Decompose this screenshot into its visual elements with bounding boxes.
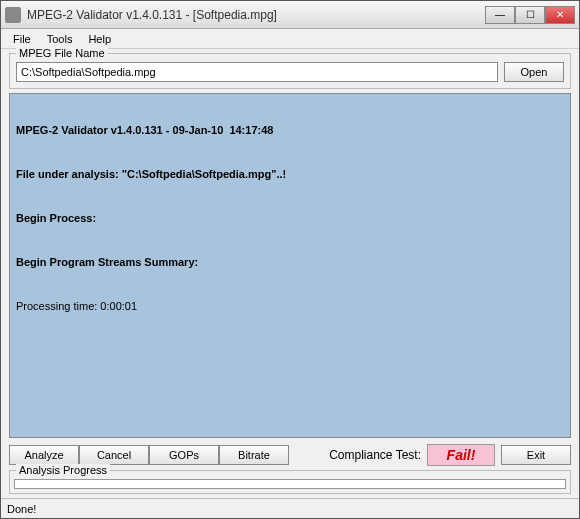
gops-button[interactable]: GOPs xyxy=(149,445,219,465)
log-line-header: MPEG-2 Validator v1.4.0.131 - 09-Jan-10 … xyxy=(16,124,564,136)
compliance-result: Fail! xyxy=(427,444,495,466)
menu-tools[interactable]: Tools xyxy=(39,31,81,47)
menu-help[interactable]: Help xyxy=(80,31,119,47)
log-line-time: Processing time: 0:00:01 xyxy=(16,300,564,312)
menu-file[interactable]: File xyxy=(5,31,39,47)
app-icon xyxy=(5,7,21,23)
menubar: File Tools Help xyxy=(1,29,579,49)
close-button[interactable]: ✕ xyxy=(545,6,575,24)
compliance-label: Compliance Test: xyxy=(323,448,427,462)
cancel-button[interactable]: Cancel xyxy=(79,445,149,465)
file-path-input[interactable] xyxy=(16,62,498,82)
log-line-file: File under analysis: "C:\Softpedia\Softp… xyxy=(16,168,564,180)
log-line-begin: Begin Process: xyxy=(16,212,564,224)
file-row: Open xyxy=(16,62,564,82)
output-log[interactable]: MPEG-2 Validator v1.4.0.131 - 09-Jan-10 … xyxy=(9,93,571,438)
statusbar: Done! xyxy=(1,498,579,518)
exit-button[interactable]: Exit xyxy=(501,445,571,465)
maximize-button[interactable]: ☐ xyxy=(515,6,545,24)
progress-legend: Analysis Progress xyxy=(16,464,110,476)
app-window: MPEG-2 Validator v1.4.0.131 - [Softpedia… xyxy=(0,0,580,519)
client-area: MPEG File Name Open MPEG-2 Validator v1.… xyxy=(1,49,579,498)
window-controls: — ☐ ✕ xyxy=(485,6,575,24)
progress-group: Analysis Progress xyxy=(9,470,571,494)
file-name-group: MPEG File Name Open xyxy=(9,53,571,89)
titlebar: MPEG-2 Validator v1.4.0.131 - [Softpedia… xyxy=(1,1,579,29)
action-bar: Analyze Cancel GOPs Bitrate Compliance T… xyxy=(9,444,571,466)
window-title: MPEG-2 Validator v1.4.0.131 - [Softpedia… xyxy=(27,8,485,22)
log-line-summary: Begin Program Streams Summary: xyxy=(16,256,564,268)
bitrate-button[interactable]: Bitrate xyxy=(219,445,289,465)
file-name-legend: MPEG File Name xyxy=(16,47,108,59)
open-button[interactable]: Open xyxy=(504,62,564,82)
progress-bar xyxy=(14,479,566,489)
status-text: Done! xyxy=(7,503,36,515)
minimize-button[interactable]: — xyxy=(485,6,515,24)
analyze-button[interactable]: Analyze xyxy=(9,445,79,465)
